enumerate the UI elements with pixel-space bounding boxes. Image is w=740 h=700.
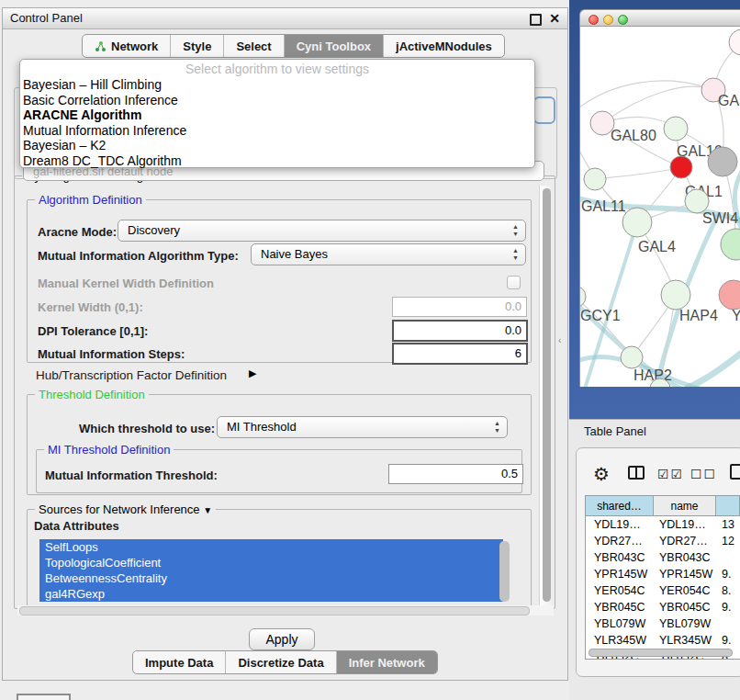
settings-vscrollbar-thumb[interactable] — [543, 188, 551, 602]
network-view-canvas[interactable]: GALGAL80GAL10GAL1GAL11SWI4GAL4GCY1HAP4YH… — [579, 27, 740, 387]
close-traffic-light-icon[interactable] — [589, 15, 599, 25]
kernel-width-field[interactable]: 0.0 — [392, 297, 527, 317]
table-panel-title: Table Panel — [584, 424, 646, 438]
settings-hscrollbar-thumb[interactable] — [19, 606, 530, 615]
network-node-hap4[interactable] — [661, 280, 690, 310]
network-node-gal10[interactable] — [664, 117, 688, 141]
panel-divider-handle[interactable]: ‹ — [558, 335, 561, 345]
document-icon[interactable] — [730, 464, 740, 480]
select-all-checkboxes-icon[interactable]: ☑☑ — [657, 467, 684, 481]
table-column-header[interactable] — [716, 496, 740, 515]
algorithm-option[interactable]: Bayesian – Hill Climbing — [20, 77, 534, 93]
network-edge[interactable] — [686, 348, 740, 387]
tab-label: Style — [183, 40, 211, 53]
network-node-hap2[interactable] — [621, 346, 643, 368]
manual-kernel-width-checkbox[interactable] — [507, 276, 521, 289]
table-row[interactable]: YDL19…YDL19…13 — [586, 516, 740, 533]
tab-infer-network[interactable]: Infer Network — [336, 651, 437, 673]
table-hscrollbar-thumb[interactable] — [589, 649, 733, 657]
table-row[interactable]: YBR045CYBR045C9. — [586, 599, 740, 615]
algorithm-combo-fragment[interactable] — [533, 96, 555, 124]
screenshot-root: Control Panel ✕ NetworkStyleSelectCyni T… — [0, 0, 740, 700]
float-window-icon[interactable] — [530, 14, 542, 26]
mi-threshold-field[interactable]: 0.5 — [388, 464, 523, 484]
table-column-header-shared[interactable]: shared… — [586, 496, 654, 515]
tab-impute-data[interactable]: Impute Data — [133, 651, 225, 673]
tab-select[interactable]: Select — [223, 35, 283, 57]
settings-hscrollbar[interactable] — [17, 605, 554, 615]
network-edge[interactable] — [580, 81, 713, 111]
table-row[interactable]: YBL079WYBL079W — [586, 615, 740, 632]
network-node-y[interactable] — [719, 280, 740, 310]
which-threshold-label: Which threshold to use: — [79, 422, 215, 435]
sources-group-title[interactable]: Sources for Network Inference ▼ — [35, 502, 216, 516]
algorithm-option[interactable]: Dream8 DC_TDC Algorithm — [20, 153, 534, 169]
table-body: YDL19…YDL19…13YDR27…YDR27…12YBR043CYBR04… — [586, 516, 740, 660]
network-node-gal1[interactable] — [670, 156, 692, 178]
manual-kernel-width-label: Manual Kernel Width Definition — [38, 277, 214, 290]
tab-jactivemnodules[interactable]: jActiveMNodules — [383, 35, 504, 57]
deselect-all-checkboxes-icon[interactable]: ☐☐ — [690, 467, 717, 481]
tab-label: Network — [111, 40, 158, 53]
minimized-panel-fragment[interactable] — [17, 694, 71, 700]
network-graph: GALGAL80GAL10GAL1GAL11SWI4GAL4GCY1HAP4YH… — [580, 27, 740, 387]
gear-icon[interactable]: ⚙ — [593, 463, 610, 485]
table-cell: YPR145W — [654, 566, 716, 582]
aracne-mode-combo[interactable]: Discovery ▲▼ — [118, 220, 526, 242]
network-node-label: GAL11 — [581, 198, 626, 214]
columns-icon[interactable] — [628, 466, 645, 480]
algorithm-option[interactable]: Basic Correlation Inference — [20, 93, 534, 108]
zoom-traffic-light-icon[interactable] — [618, 15, 628, 25]
network-edge[interactable] — [595, 167, 681, 179]
tab-cyni-toolbox[interactable]: Cyni Toolbox — [284, 35, 383, 57]
dpi-tolerance-field[interactable]: 0.0 — [392, 320, 528, 342]
table-row[interactable]: YDR27…YDR27…12 — [586, 533, 740, 549]
table-row[interactable]: YPR145WYPR145W9. — [586, 566, 740, 582]
tab-label: Infer Network — [349, 656, 425, 670]
table-cell: 13 — [716, 516, 740, 533]
table-cell: YBR043C — [654, 549, 716, 566]
table-row[interactable]: YLR345WYLR345W9. — [586, 632, 740, 649]
table-row[interactable]: YBR043CYBR043C — [586, 549, 740, 566]
table-column-header-name[interactable]: name — [654, 496, 716, 515]
close-icon[interactable]: ✕ — [549, 10, 560, 27]
network-node-gal11[interactable] — [584, 168, 606, 190]
minimize-traffic-light-icon[interactable] — [603, 15, 613, 25]
table-cell: YER054C — [586, 582, 654, 599]
network-node-gcy1[interactable] — [580, 286, 586, 308]
network-node[interactable] — [708, 147, 737, 176]
mi-steps-field[interactable]: 6 — [392, 343, 528, 365]
apply-button[interactable]: Apply — [249, 628, 315, 650]
table-cell: YER054C — [654, 582, 716, 599]
tab-style[interactable]: Style — [170, 35, 223, 57]
algorithm-option[interactable]: ARACNE Algorithm — [20, 107, 534, 123]
table-cell: YLR345W — [654, 632, 716, 649]
dpi-tolerance-label: DPI Tolerance [0,1]: — [38, 324, 148, 338]
data-attribute-item-selected[interactable]: gal4RGexp — [39, 586, 503, 602]
algorithm-option[interactable]: Mutual Information Inference — [20, 123, 534, 139]
data-attribute-item-selected[interactable]: SelfLoops — [39, 539, 503, 555]
network-node[interactable] — [729, 29, 740, 55]
algorithm-dropdown-items: Bayesian – Hill ClimbingBasic Correlatio… — [20, 77, 534, 169]
table-row[interactable]: YER054CYER054C8. — [586, 582, 740, 599]
network-node-gal4[interactable] — [622, 208, 652, 237]
network-node[interactable] — [721, 229, 740, 260]
settings-vscrollbar[interactable] — [539, 186, 554, 610]
network-edge[interactable] — [602, 86, 713, 123]
algorithm-option[interactable]: Bayesian – K2 — [20, 138, 534, 153]
hub-section-label[interactable]: Hub/Transcription Factor Definition — [36, 368, 227, 382]
attributes-list-scrollbar[interactable] — [499, 541, 510, 602]
table-cell: YDL19… — [586, 516, 654, 533]
table-cell: YDR27… — [586, 533, 654, 549]
expand-arrow-icon[interactable]: ▶ — [249, 367, 256, 379]
tab-discretize-data[interactable]: Discretize Data — [225, 651, 335, 673]
mi-algorithm-type-combo[interactable]: Naive Bayes ▲▼ — [251, 243, 526, 265]
mi-algorithm-type-value: Naive Bayes — [261, 247, 328, 261]
network-window-titlebar[interactable] — [579, 9, 740, 27]
tab-network[interactable]: Network — [83, 35, 170, 57]
which-threshold-combo[interactable]: MI Threshold ▲▼ — [217, 416, 508, 438]
data-attribute-item-selected[interactable]: TopologicalCoefficient — [39, 555, 503, 570]
table-cell — [716, 615, 740, 632]
spinner-arrows-icon: ▲▼ — [494, 420, 500, 435]
data-attribute-item-selected[interactable]: BetweennessCentrality — [39, 570, 503, 586]
